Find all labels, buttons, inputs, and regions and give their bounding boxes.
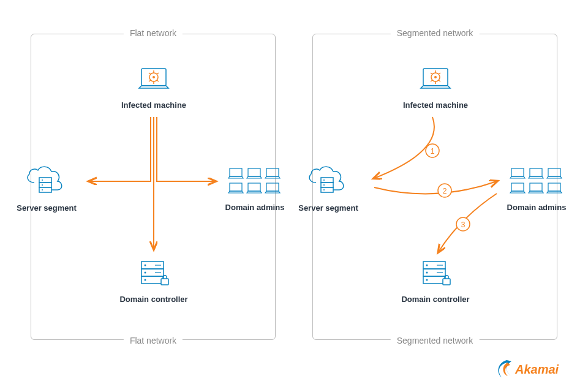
svg-point-25 [145,272,146,274]
infected-label: Infected machine [399,100,472,110]
infected-laptop-icon [416,65,455,94]
svg-rect-39 [321,178,333,183]
svg-rect-19 [248,183,260,191]
controller-label: Domain controller [117,295,190,304]
laptop-grid-icon [509,166,564,197]
svg-point-56 [426,279,428,281]
step-3-badge: 3 [461,221,466,229]
svg-rect-50 [548,183,560,191]
svg-rect-48 [511,183,524,191]
svg-point-54 [426,265,428,266]
svg-rect-9 [39,178,51,183]
svg-point-61 [438,184,451,197]
domain-admins-node: Domain admins [218,166,292,212]
cloud-server-icon [22,163,71,197]
svg-rect-49 [530,183,542,191]
svg-rect-15 [230,168,242,176]
svg-rect-41 [321,187,333,192]
svg-rect-20 [266,183,279,191]
infected-laptop-icon [134,65,173,94]
svg-rect-18 [230,183,242,191]
server-label: Server segment [10,203,83,213]
controller-label: Domain controller [399,295,472,304]
step-1-badge: 1 [431,147,435,156]
svg-point-43 [323,184,325,186]
svg-point-62 [456,217,470,231]
admins-label: Domain admins [500,203,573,212]
panel-title-top: Segmented network [391,28,480,38]
svg-line-4 [149,73,151,74]
domain-controller-node: Domain controller [399,258,472,304]
admins-label: Domain admins [218,203,292,212]
infected-label: Infected machine [117,100,190,110]
svg-line-5 [157,73,159,74]
svg-rect-29 [161,279,168,285]
panel-title-bottom: Segmented network [391,336,480,345]
svg-rect-10 [39,183,51,187]
svg-line-7 [157,80,159,81]
infected-machine-node: Infected machine [399,65,472,110]
svg-line-36 [431,80,432,81]
cloud-server-icon [304,163,353,197]
server-segment-node: Server segment [10,163,83,213]
server-label: Server segment [292,203,365,213]
flat-network-panel: Flat network Flat network Infected machi… [31,34,276,340]
svg-line-6 [149,80,151,81]
server-segment-node: Server segment [292,163,365,213]
svg-rect-17 [266,168,279,176]
svg-point-42 [323,179,325,181]
svg-line-34 [431,73,432,74]
svg-rect-16 [248,168,260,176]
svg-line-35 [439,73,440,74]
laptop-grid-icon [227,166,282,197]
step-2-badge: 2 [443,187,447,195]
svg-point-26 [145,279,146,281]
server-lock-icon [137,258,171,288]
segmented-network-panel: Segmented network Segmented network Infe… [312,34,557,340]
svg-point-32 [434,76,437,78]
svg-line-37 [439,80,440,81]
svg-rect-46 [530,168,542,176]
svg-point-2 [153,76,155,78]
server-lock-icon [418,258,453,288]
svg-point-13 [42,184,43,186]
svg-text:Akamai: Akamai [514,363,559,376]
domain-controller-node: Domain controller [117,258,190,304]
panel-title-top: Flat network [124,28,183,38]
domain-admins-node: Domain admins [500,166,573,212]
svg-point-12 [42,179,43,181]
svg-rect-59 [443,279,450,285]
panel-title-bottom: Flat network [124,336,183,345]
svg-rect-11 [39,187,51,192]
akamai-logo: Akamai [493,356,567,381]
svg-point-44 [323,189,325,190]
svg-point-60 [426,144,439,157]
svg-point-24 [145,265,146,266]
svg-point-14 [42,189,43,190]
svg-rect-45 [511,168,524,176]
infected-machine-node: Infected machine [117,65,190,110]
svg-rect-40 [321,183,333,187]
svg-rect-47 [548,168,560,176]
svg-point-55 [426,272,428,274]
